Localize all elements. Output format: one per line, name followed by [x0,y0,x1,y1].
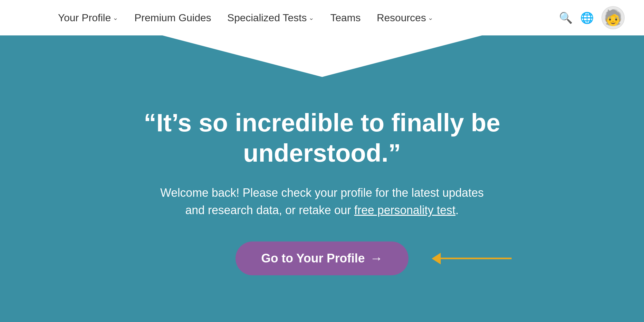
nav-premium-guides-label: Premium Guides [134,12,211,24]
hero-section: “It’s so incredible to finally be unders… [0,35,644,322]
avatar-image: 🧓 [603,10,623,25]
nav-resources-chevron: ⌄ [428,14,433,22]
nav-teams[interactable]: Teams [330,12,360,24]
arrow-to-button [432,253,512,264]
free-personality-test-link[interactable]: free personality test [354,204,456,217]
nav-specialized-tests-chevron: ⌄ [309,14,314,22]
globe-icon[interactable]: 🌐 [580,11,594,24]
arrow-left-head [432,253,441,264]
main-nav: Your Profile ⌄ Premium Guides Specialize… [58,12,433,24]
nav-resources-label: Resources [377,12,426,24]
hero-quote: “It’s so incredible to finally be unders… [142,108,503,168]
hero-subtext-end: . [456,204,459,217]
header-right: 🔍 🌐 🧓 [559,6,625,29]
nav-your-profile[interactable]: Your Profile ⌄ [58,12,118,24]
nav-your-profile-label: Your Profile [58,12,111,24]
arrow-left-line [441,258,512,259]
cta-button-label: Go to Your Profile [261,251,365,265]
nav-your-profile-chevron: ⌄ [113,14,118,22]
go-to-profile-button[interactable]: Go to Your Profile → [235,242,409,275]
nav-specialized-tests[interactable]: Specialized Tests ⌄ [227,12,314,24]
nav-resources[interactable]: Resources ⌄ [377,12,433,24]
header: Your Profile ⌄ Premium Guides Specialize… [0,0,644,35]
nav-premium-guides[interactable]: Premium Guides [134,12,211,24]
nav-teams-label: Teams [330,12,360,24]
hero-subtext: Welcome back! Please check your profile … [142,184,503,219]
hero-content: “It’s so incredible to finally be unders… [129,108,515,275]
hero-subtext-line2: and research data, or retake our [185,204,351,217]
cta-arrow-icon: → [370,251,383,266]
search-icon[interactable]: 🔍 [559,11,572,24]
hero-subtext-line1: Welcome back! Please check your profile … [160,186,484,199]
cta-container: Go to Your Profile → [235,242,409,275]
nav-specialized-tests-label: Specialized Tests [227,12,307,24]
user-avatar[interactable]: 🧓 [601,6,625,29]
